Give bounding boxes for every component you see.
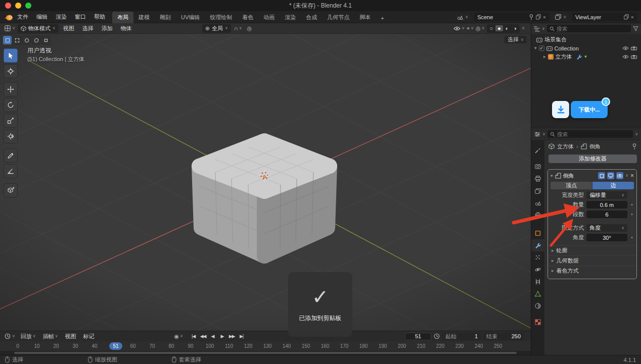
tab-material-properties[interactable] [531, 300, 544, 312]
disclosure-closed-icon[interactable]: ▸ [543, 55, 546, 59]
disable-in-renders-icon[interactable] [631, 46, 637, 50]
outliner-row-scene-collection[interactable]: 场景集合 [531, 35, 641, 44]
visibility-dropdown[interactable]: ∨ [453, 26, 465, 31]
shading-solid-icon[interactable]: ● [495, 25, 503, 31]
workspace-tab-uv-editing[interactable]: UV编辑 [176, 12, 205, 23]
viewport-menu-add[interactable]: 添加 [98, 25, 116, 32]
breadcrumb-object[interactable]: 立方体 [557, 143, 574, 150]
add-modifier-button[interactable]: 添加修改器 [548, 154, 637, 163]
section-geometry[interactable]: ▸ 几何数据 [548, 255, 636, 266]
proportional-editing-icon[interactable]: ◎ [245, 25, 254, 32]
mode-dropdown[interactable]: 物体模式 ∨ [18, 24, 59, 33]
animate-dot-icon[interactable]: • [630, 235, 634, 240]
tab-object-properties[interactable] [531, 227, 544, 239]
modifier-wrench-icon[interactable] [576, 54, 582, 60]
workspace-tab-rendering[interactable]: 渲染 [280, 12, 301, 23]
filter-icon[interactable] [633, 26, 638, 31]
affect-vertices-button[interactable]: 顶点 [551, 182, 592, 189]
tab-modifier-properties[interactable] [531, 239, 544, 251]
viewlayer-browse-button[interactable]: ∨ [552, 13, 569, 21]
timeline-menu-view[interactable]: 视图 [62, 333, 79, 340]
end-frame-field[interactable]: 结束 250 [483, 333, 524, 340]
workspace-tab-layout[interactable]: 布局 [112, 12, 133, 23]
section-shading[interactable]: ▸ 着色方式 [548, 266, 636, 276]
workspace-tab-compositing[interactable]: 合成 [301, 12, 322, 23]
segments-field[interactable]: 6 [586, 211, 627, 218]
playhead-badge[interactable]: 51 [109, 342, 122, 350]
tab-render-properties[interactable] [531, 161, 544, 173]
properties-search-input[interactable] [557, 131, 630, 137]
viewport-menu-object[interactable]: 物体 [117, 25, 135, 32]
tab-output-properties[interactable] [531, 173, 544, 185]
timeline-menu-keying[interactable]: 插帧 ∨ [40, 333, 61, 340]
snap-toggle[interactable]: ∩ ∨ [232, 25, 244, 31]
workspace-tab-shading[interactable]: 着色 [237, 12, 258, 23]
properties-editor-icon[interactable] [534, 131, 540, 137]
play-button[interactable]: ▶ [218, 334, 226, 339]
tool-select-dropdown[interactable]: 选择 ∨ [505, 36, 527, 43]
tool-measure[interactable] [4, 164, 18, 178]
disable-in-renders-icon[interactable] [631, 55, 637, 59]
tab-object-data-properties[interactable] [531, 288, 544, 300]
modifier-extras-dropdown-icon[interactable]: ∨ [625, 174, 628, 178]
display-render-toggle[interactable] [616, 172, 623, 179]
select-mode-tweak[interactable] [3, 36, 12, 44]
outliner-search-input[interactable] [557, 26, 628, 32]
overlays-dropdown[interactable]: ◎ ∨ [476, 25, 484, 32]
viewlayer-name-field[interactable]: ViewLayer × [572, 13, 637, 21]
collection-checkbox[interactable]: ✓ [539, 45, 544, 51]
pin-icon[interactable] [632, 143, 637, 149]
scene-name-field[interactable]: Scene × [474, 13, 549, 21]
next-keyframe-button[interactable]: ▶▶ [227, 334, 236, 339]
workspace-tab-texture-paint[interactable]: 纹理绘制 [205, 12, 237, 23]
tool-add-cube[interactable] [4, 183, 18, 197]
tab-scene-properties[interactable] [531, 197, 544, 209]
tab-viewlayer-properties[interactable] [531, 185, 544, 197]
timeline-scrollbar-thumb[interactable] [14, 352, 517, 354]
workspace-tab-geometry-nodes[interactable]: 几何节点 [322, 12, 354, 23]
add-workspace-button[interactable]: + [376, 13, 389, 23]
workspace-tab-sculpting[interactable]: 雕刻 [155, 12, 176, 23]
scene-browse-button[interactable]: ∨ [454, 13, 471, 21]
auto-keying-toggle[interactable]: ◉ ∨ [174, 333, 183, 340]
mesh-data-icon[interactable]: ▼ [584, 55, 588, 59]
workspace-tab-scripting[interactable]: 脚本 [354, 12, 376, 23]
tab-physics-properties[interactable] [531, 264, 544, 276]
tab-world-properties[interactable] [531, 209, 544, 221]
modifier-name[interactable]: 倒角 [563, 172, 574, 180]
menu-help[interactable]: 帮助 [90, 13, 109, 21]
select-mode-circle[interactable] [22, 36, 31, 44]
outliner-row-collection[interactable]: ▾ ✓ Collection [531, 44, 641, 53]
timeline-scrollbar[interactable] [0, 351, 531, 355]
select-mode-box[interactable] [13, 36, 21, 44]
disclosure-open-icon[interactable]: ▾ [551, 174, 553, 178]
workspace-tab-modeling[interactable]: 建模 [133, 12, 155, 23]
shading-material-icon[interactable]: ◐ [503, 25, 511, 31]
timeline-editor-type-button[interactable]: ∨ [3, 333, 17, 339]
menu-render[interactable]: 渲染 [52, 13, 71, 21]
outliner-row-cube-object[interactable]: ▸ ▽ 立方体 ▼ [531, 53, 641, 61]
shading-rendered-icon[interactable]: ◑ [511, 25, 519, 31]
prev-keyframe-button[interactable]: ◀◀ [199, 334, 207, 339]
hide-in-viewport-icon[interactable] [622, 55, 629, 59]
menu-edit[interactable]: 编辑 [32, 13, 52, 21]
download-notification[interactable]: 下载中... 1 [552, 101, 608, 120]
outliner-search[interactable] [547, 25, 631, 32]
workspace-tab-animation[interactable]: 动画 [258, 12, 280, 23]
tab-tool-properties[interactable] [531, 144, 544, 157]
tab-particle-properties[interactable] [531, 251, 544, 264]
select-mode-extra[interactable] [41, 36, 50, 44]
editor-type-button[interactable]: ∨ [3, 25, 17, 31]
unlink-scene-icon[interactable]: × [543, 14, 546, 20]
hide-in-viewport-icon[interactable] [622, 46, 629, 50]
tool-rotate[interactable] [4, 98, 18, 112]
menu-file[interactable]: 文件 [13, 13, 32, 21]
amount-field[interactable]: 0.6 m [586, 201, 627, 209]
tool-transform[interactable] [4, 129, 18, 143]
tool-scale[interactable] [4, 114, 18, 128]
breadcrumb-modifier[interactable]: 倒角 [589, 143, 601, 150]
play-reverse-button[interactable]: ◀ [208, 334, 217, 339]
start-frame-field[interactable]: 起始 1 [442, 333, 481, 340]
timeline-ruler[interactable]: 0 10 20 30 40 50 60 70 80 90 100 110 120… [0, 341, 531, 351]
remove-modifier-icon[interactable]: × [630, 172, 634, 179]
